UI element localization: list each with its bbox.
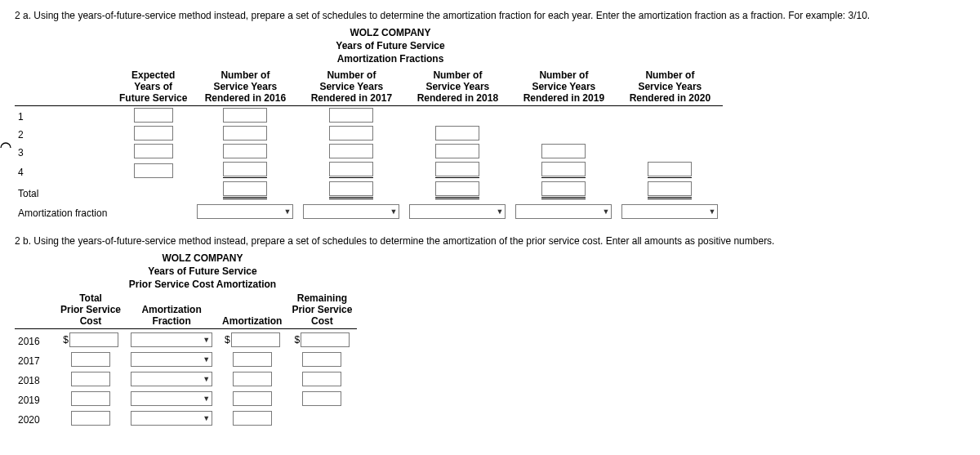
input-psc-2017[interactable] (71, 352, 110, 367)
input-rem-2018[interactable] (302, 372, 341, 386)
input-rem-2017[interactable] (302, 352, 341, 367)
input-psc-2019[interactable] (71, 391, 110, 406)
input-r2020-4[interactable] (648, 162, 692, 176)
input-r2016-1[interactable] (223, 108, 267, 123)
input-amort-2019[interactable] (233, 391, 272, 406)
input-r2017-1[interactable] (329, 108, 373, 123)
col-amort-fraction: AmortizationFraction (126, 291, 217, 329)
chevron-down-icon: ▼ (203, 355, 210, 364)
dropdown-frac-2017[interactable]: ▼ (131, 352, 212, 367)
dropdown-frac-2016[interactable]: ▼ (131, 332, 212, 347)
input-total-2018[interactable] (435, 181, 479, 196)
table-row: 2019 ▼ (15, 388, 357, 408)
input-amort-2017[interactable] (233, 352, 272, 367)
chevron-down-icon: ▼ (203, 336, 210, 344)
table-2b: TotalPrior ServiceCost AmortizationFract… (15, 291, 357, 427)
row-label: 3 (15, 142, 114, 160)
chevron-down-icon: ▼ (390, 207, 397, 216)
table-2a: ExpectedYears ofFuture Service Number of… (15, 68, 723, 221)
schedule-title-2b-1: Years of Future Service (15, 265, 390, 278)
input-amort-2018[interactable] (233, 372, 272, 386)
table-row: 2016 $ ▼ $ $ (15, 329, 357, 350)
row-label: 2019 (15, 388, 56, 408)
row-label: 2018 (15, 368, 56, 388)
col-rendered-2020: Number ofService YearsRendered in 2020 (617, 68, 723, 106)
company-name-2a: WOLZ COMPANY (15, 26, 766, 39)
input-r2016-3[interactable] (223, 144, 267, 158)
row-label: 2017 (15, 349, 56, 368)
table-row: 1 (15, 105, 723, 124)
input-r2017-2[interactable] (329, 126, 373, 141)
table-row: 2018 ▼ (15, 368, 357, 388)
dollar-sign: $ (295, 334, 301, 346)
col-amortization: Amortization (217, 291, 287, 329)
chevron-down-icon: ▼ (203, 395, 210, 403)
col-remaining-psc: RemainingPrior ServiceCost (287, 291, 357, 329)
chevron-down-icon: ▼ (203, 414, 210, 422)
input-r2017-3[interactable] (329, 144, 373, 158)
dropdown-frac-2018[interactable]: ▼ (131, 372, 212, 386)
table-row-total: Total (15, 180, 723, 201)
col-rendered-2018: Number ofService YearsRendered in 2018 (404, 68, 510, 106)
input-total-2019[interactable] (541, 181, 586, 196)
input-r2017-4[interactable] (329, 162, 373, 176)
input-expected-3[interactable] (134, 144, 173, 158)
amort-fraction-label: Amortization fraction (15, 201, 114, 221)
chevron-down-icon: ▼ (283, 207, 291, 216)
input-r2019-4[interactable] (541, 162, 586, 176)
input-psc-2018[interactable] (71, 372, 110, 386)
row-label: 2 (15, 124, 114, 142)
input-total-2017[interactable] (329, 181, 373, 196)
input-rem-2019[interactable] (302, 391, 341, 406)
company-name-2b: WOLZ COMPANY (15, 252, 390, 265)
question-2a-text: 2 a. Using the years-of-future-service m… (15, 10, 965, 21)
dropdown-fraction-2018[interactable]: ▼ (409, 204, 506, 219)
input-r2018-3[interactable] (435, 144, 479, 158)
input-total-2016[interactable] (223, 181, 267, 196)
col-expected-years: ExpectedYears ofFuture Service (114, 68, 192, 106)
chevron-down-icon: ▼ (602, 207, 609, 216)
question-2b-text: 2 b. Using the years-of-future-service m… (15, 235, 965, 247)
input-amort-2020[interactable] (233, 411, 272, 426)
dropdown-fraction-2017[interactable]: ▼ (303, 204, 399, 219)
dollar-sign: $ (63, 334, 69, 346)
input-rem-2016[interactable] (301, 332, 350, 347)
row-indicator-icon (0, 142, 11, 154)
table-row: 3 (15, 142, 723, 160)
input-expected-2[interactable] (134, 126, 173, 141)
input-amort-2016[interactable] (231, 332, 280, 347)
dollar-sign: $ (225, 334, 231, 346)
input-expected-1[interactable] (134, 108, 173, 123)
table-row-amort-fraction: Amortization fraction ▼ ▼ ▼ ▼ ▼ (15, 201, 723, 221)
col-rendered-2017: Number ofService YearsRendered in 2017 (298, 68, 404, 106)
table-row: 2020 ▼ (15, 408, 357, 427)
table-row: 2017 ▼ (15, 349, 357, 368)
input-total-2020[interactable] (648, 181, 692, 196)
dropdown-frac-2019[interactable]: ▼ (131, 391, 212, 406)
dropdown-fraction-2019[interactable]: ▼ (515, 204, 612, 219)
table-row: 4 (15, 160, 723, 180)
input-psc-2020[interactable] (71, 411, 110, 426)
schedule-title-2b-2: Prior Service Cost Amortization (15, 278, 390, 291)
schedule-title-2a-1: Years of Future Service (15, 39, 766, 52)
table-row: 2 (15, 124, 723, 142)
row-label: 4 (15, 160, 114, 180)
input-r2016-2[interactable] (223, 126, 267, 141)
input-expected-4[interactable] (134, 163, 173, 178)
row-label: 1 (15, 105, 114, 124)
input-r2018-2[interactable] (435, 126, 479, 141)
input-psc-2016[interactable] (69, 332, 118, 347)
input-r2019-3[interactable] (541, 144, 586, 158)
chevron-down-icon: ▼ (708, 207, 715, 216)
col-rendered-2019: Number ofService YearsRendered in 2019 (510, 68, 617, 106)
chevron-down-icon: ▼ (496, 207, 503, 216)
input-r2018-4[interactable] (435, 162, 479, 176)
input-r2016-4[interactable] (223, 162, 267, 176)
row-label: 2016 (15, 329, 56, 350)
dropdown-fraction-2016[interactable]: ▼ (197, 204, 293, 219)
dropdown-fraction-2020[interactable]: ▼ (621, 204, 718, 219)
row-label: 2020 (15, 408, 56, 427)
schedule-title-2a-2: Amortization Fractions (15, 52, 766, 65)
chevron-down-icon: ▼ (203, 375, 210, 383)
dropdown-frac-2020[interactable]: ▼ (131, 411, 212, 426)
